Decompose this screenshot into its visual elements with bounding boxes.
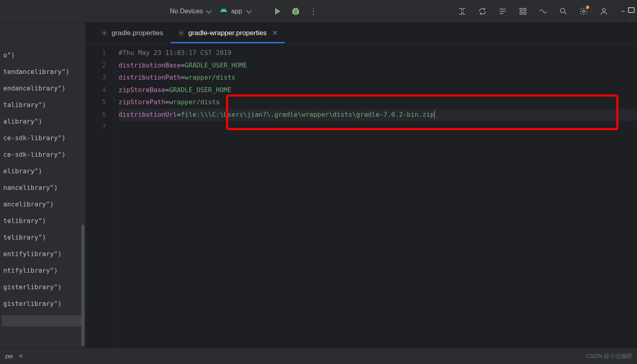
- sidebar-item[interactable]: tendancelibrary"): [0, 63, 85, 80]
- svg-rect-2: [520, 12, 523, 14]
- sidebar-item[interactable]: ancelibrary"): [0, 196, 85, 213]
- device-label: No Devices: [170, 8, 203, 15]
- code-line[interactable]: zipStorePath=wrapper/dists: [119, 96, 637, 109]
- sidebar-item[interactable]: ntifylibrary"): [0, 262, 85, 279]
- gear-icon: [178, 30, 184, 36]
- editor-tab[interactable]: gradle.properties: [94, 23, 171, 43]
- chevron-down-icon: [246, 8, 252, 13]
- sidebar-item[interactable]: talibrary"): [0, 97, 85, 113]
- code-line[interactable]: distributionUrl=file:\\\C:\Users\jian7\.…: [119, 109, 637, 121]
- agp-icon[interactable]: [538, 6, 548, 16]
- line-number: 2: [86, 59, 106, 72]
- svg-rect-1: [524, 8, 526, 11]
- line-gutter: 1234567: [86, 44, 114, 348]
- settings-icon[interactable]: [579, 6, 588, 16]
- svg-point-5: [582, 10, 585, 13]
- sidebar-selection[interactable]: [2, 315, 82, 326]
- text-cursor: [434, 111, 435, 119]
- svg-point-6: [602, 8, 605, 11]
- line-number: 1: [86, 47, 106, 59]
- run-config-label: app: [231, 8, 242, 15]
- svg-point-8: [180, 32, 182, 34]
- device-selector[interactable]: No Devices: [170, 8, 210, 15]
- editor-tab-bar: gradle.propertiesgradle-wrapper.properti…: [86, 23, 637, 44]
- line-number: 6: [86, 109, 106, 121]
- sidebar-item[interactable]: gisterlibrary"): [0, 279, 85, 295]
- code-with-me-icon[interactable]: [457, 6, 467, 16]
- android-icon: [220, 6, 227, 16]
- sidebar-item[interactable]: telibrary"): [0, 229, 85, 246]
- code-line[interactable]: #Thu May 23 11:03:17 CST 2019: [119, 47, 637, 59]
- line-number: 5: [86, 96, 106, 109]
- editor-tab[interactable]: gradle-wrapper.properties✕: [171, 23, 285, 43]
- project-sidebar: o")tendancelibrary")endancelibrary")tali…: [0, 23, 86, 348]
- code-line[interactable]: distributionPath=wrapper/dists: [119, 72, 637, 84]
- sidebar-item[interactable]: nancelibrary"): [0, 179, 85, 196]
- sidebar-scrollbar[interactable]: [81, 225, 85, 346]
- sidebar-item[interactable]: ce-sdk-library"): [0, 130, 85, 146]
- window-restore-icon[interactable]: [628, 7, 635, 13]
- svg-point-4: [561, 8, 565, 13]
- top-toolbar: No Devices app ⋮: [0, 0, 637, 23]
- gear-icon: [101, 30, 108, 36]
- run-button[interactable]: [272, 6, 282, 16]
- list-icon[interactable]: [498, 6, 508, 16]
- line-number: 4: [86, 84, 106, 97]
- search-icon[interactable]: [559, 6, 568, 16]
- tab-label: gradle.properties: [112, 29, 163, 37]
- more-actions-button[interactable]: ⋮: [309, 6, 318, 16]
- profile-icon[interactable]: [599, 6, 609, 16]
- tab-label: gradle-wrapper.properties: [188, 29, 267, 37]
- run-config-selector[interactable]: app: [220, 6, 250, 16]
- reload-icon[interactable]: [478, 6, 487, 16]
- status-bar: zer ✕ CSDN @小北编程: [0, 348, 637, 364]
- sidebar-item[interactable]: o"): [0, 47, 85, 63]
- sidebar-item[interactable]: entifylibrary"): [0, 246, 85, 262]
- debug-button[interactable]: [291, 6, 301, 16]
- sidebar-item[interactable]: telibrary"): [0, 213, 85, 229]
- bottom-tool-label[interactable]: zer: [5, 353, 13, 360]
- code-line[interactable]: distributionBase=GRADLE_USER_HOME: [119, 59, 637, 72]
- sidebar-item[interactable]: elibrary"): [0, 163, 85, 179]
- chevron-down-icon: [206, 8, 212, 13]
- code-editor[interactable]: #Thu May 23 11:03:17 CST 2019distributio…: [114, 44, 637, 348]
- code-line[interactable]: [119, 121, 637, 133]
- sidebar-item[interactable]: alibrary"): [0, 113, 85, 130]
- sidebar-item[interactable]: endancelibrary"): [0, 80, 85, 97]
- line-number: 3: [86, 72, 106, 84]
- svg-rect-0: [520, 8, 523, 11]
- watermark-text: CSDN @小北编程: [586, 353, 632, 360]
- right-edge-bar: [625, 0, 637, 22]
- svg-rect-3: [524, 12, 526, 14]
- build-icon[interactable]: [518, 6, 528, 16]
- sidebar-item[interactable]: gisterlibrary"): [0, 295, 85, 312]
- close-icon[interactable]: ✕: [272, 29, 277, 37]
- svg-point-7: [104, 32, 105, 34]
- code-line[interactable]: zipStoreBase=GRADLE_USER_HOME: [119, 84, 637, 97]
- close-icon[interactable]: ✕: [18, 353, 23, 360]
- sidebar-item[interactable]: ce-sdk-library"): [0, 146, 85, 163]
- line-number: 7: [86, 121, 106, 133]
